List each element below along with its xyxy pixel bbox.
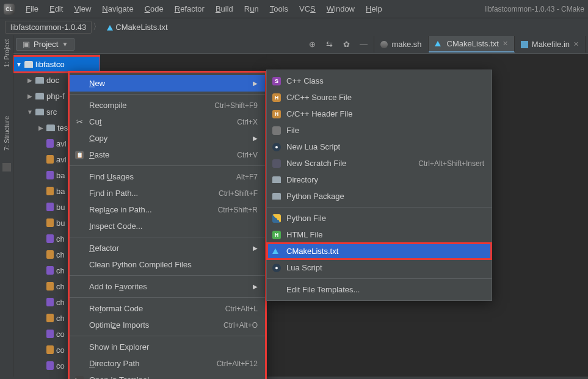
- menu-window[interactable]: Window: [322, 2, 360, 16]
- menu-help[interactable]: Help: [361, 2, 387, 16]
- chevron-icon: ▼: [27, 109, 33, 115]
- submenu-item-c-c-header-file[interactable]: H C/C++ Header File: [267, 106, 492, 122]
- menu-icon: ●: [272, 264, 281, 272]
- menu-item-clean-python-compiled-files[interactable]: Clean Python Compiled Files: [70, 256, 265, 273]
- project-view-icon: ▣: [23, 40, 30, 49]
- menu-item-inspect-code-[interactable]: Inspect Code...: [70, 218, 265, 234]
- makefile-icon: [521, 41, 528, 48]
- breadcrumb-seg-project[interactable]: libfastcommon-1.0.43: [5, 21, 92, 34]
- menu-edit[interactable]: Edit: [45, 2, 68, 16]
- menu-label: Clean Python Compiled Files: [89, 260, 258, 269]
- menu-build[interactable]: Build: [211, 2, 238, 16]
- menu-vcs[interactable]: VCS: [294, 2, 321, 16]
- menu-label: C/C++ Source File: [286, 93, 484, 102]
- separator: [70, 297, 265, 298]
- submenu-item-html-file[interactable]: H HTML File: [267, 226, 492, 243]
- close-icon[interactable]: ✕: [503, 40, 508, 48]
- chevron-icon: ▶: [38, 125, 44, 131]
- menu-icon: H: [272, 93, 281, 102]
- tab-label: Makefile.in: [532, 40, 570, 49]
- gear-icon[interactable]: ✿: [341, 40, 352, 49]
- submenu-item-new-lua-script[interactable]: ● New Lua Script: [267, 139, 492, 155]
- menu-file[interactable]: File: [21, 2, 43, 16]
- menu-icon: ≻_: [74, 376, 84, 380]
- menu-label: New Lua Script: [286, 142, 484, 151]
- menu-icon: [272, 176, 281, 183]
- expand-icon[interactable]: ⇆: [324, 40, 335, 49]
- tree-label: php-f: [46, 92, 65, 101]
- tree-label: ba: [56, 187, 65, 196]
- menu-icon: H: [272, 231, 281, 239]
- menu-icon: H: [272, 110, 281, 118]
- rail-icon[interactable]: [2, 163, 11, 171]
- h-file-icon: [46, 155, 54, 164]
- menu-icon: 📋: [74, 151, 84, 159]
- locate-icon[interactable]: ⊕: [307, 40, 318, 49]
- tree-label: libfastco: [35, 60, 65, 69]
- breadcrumb-seg-file[interactable]: CMakeLists.txt: [102, 21, 172, 33]
- menu-item-refactor[interactable]: Refactor ▶: [70, 240, 265, 256]
- tree-root[interactable]: ▼ libfastco: [13, 56, 100, 72]
- submenu-item-directory[interactable]: Directory: [267, 171, 492, 188]
- tree-label: ch: [56, 266, 65, 275]
- h-file-icon: [46, 218, 54, 227]
- menu-item-find-in-path-[interactable]: Find in Path... Ctrl+Shift+F: [70, 185, 265, 201]
- tab-make-sh[interactable]: make.sh: [374, 36, 428, 52]
- menu-item-directory-path[interactable]: Directory Path Ctrl+Alt+F12: [70, 355, 265, 372]
- menu-label: Python Package: [286, 192, 484, 201]
- menu-label: Reformat Code: [89, 304, 220, 313]
- submenu-item-file[interactable]: File: [267, 122, 492, 139]
- menu-label: Directory Path: [89, 359, 212, 368]
- menu-label: Find in Path...: [89, 189, 214, 198]
- submenu-item-python-package[interactable]: Python Package: [267, 188, 492, 204]
- submenu-item-c-class[interactable]: S C++ Class: [267, 73, 492, 89]
- menu-item-add-to-favorites[interactable]: Add to Favorites ▶: [70, 278, 265, 295]
- menu-code[interactable]: Code: [140, 2, 169, 16]
- separator: [70, 275, 265, 276]
- rail-structure[interactable]: 7: Structure: [3, 116, 10, 151]
- menu-item-find-usages[interactable]: Find Usages Alt+F7: [70, 168, 265, 185]
- menu-refactor[interactable]: Refactor: [170, 2, 209, 16]
- menu-item-copy[interactable]: Copy ▶: [70, 130, 265, 146]
- separator: [70, 165, 265, 166]
- shortcut-label: Ctrl+X: [237, 118, 258, 126]
- submenu-item-edit-file-templates-[interactable]: Edit File Templates...: [267, 281, 492, 298]
- menu-item-cut[interactable]: ✂ Cut Ctrl+X: [70, 114, 265, 130]
- menu-item-recompile[interactable]: Recompile Ctrl+Shift+F9: [70, 97, 265, 114]
- tree-label: ch: [56, 250, 65, 259]
- tree-label: ch: [56, 298, 65, 307]
- menu-icon: ●: [272, 143, 281, 151]
- submenu-item-new-scratch-file[interactable]: New Scratch File Ctrl+Alt+Shift+Insert: [267, 155, 492, 171]
- menu-tools[interactable]: Tools: [265, 2, 293, 16]
- menu-item-open-in-terminal[interactable]: ≻_ Open in Terminal: [70, 372, 265, 379]
- menu-run[interactable]: Run: [239, 2, 264, 16]
- titlebar: CL File Edit View Navigate Code Refactor…: [0, 0, 588, 18]
- window-title: libfastcommon-1.0.43 - CMake: [485, 5, 584, 13]
- submenu-item-lua-script[interactable]: ● Lua Script: [267, 259, 492, 276]
- menu-label: Replace in Path...: [89, 205, 213, 214]
- folder-icon: [35, 109, 44, 115]
- project-selector[interactable]: ▣ Project ▼: [16, 38, 74, 51]
- menu-item-paste[interactable]: 📋 Paste Ctrl+V: [70, 146, 265, 163]
- folder-icon: [35, 93, 44, 99]
- tab-makefile[interactable]: Makefile.in ✕: [515, 36, 586, 52]
- menu-item-new[interactable]: New ▶: [70, 75, 265, 92]
- menu-navigate[interactable]: Navigate: [97, 2, 138, 16]
- submenu-item-cmakelists-txt[interactable]: CMakeLists.txt: [267, 243, 492, 259]
- menu-icon: [272, 193, 281, 200]
- menu-label: Find Usages: [89, 172, 231, 181]
- submenu-item-c-c-source-file[interactable]: H C/C++ Source File: [267, 89, 492, 106]
- tab-cmakelists[interactable]: CMakeLists.txt ✕: [429, 36, 515, 52]
- menu-item-replace-in-path-[interactable]: Replace in Path... Ctrl+Shift+R: [70, 201, 265, 218]
- menu-view[interactable]: View: [69, 2, 96, 16]
- close-icon[interactable]: ✕: [573, 40, 579, 48]
- rail-project[interactable]: 1: Project: [3, 39, 10, 67]
- tree-label: avl: [56, 139, 67, 148]
- menu-item-optimize-imports[interactable]: Optimize Imports Ctrl+Alt+O: [70, 317, 265, 333]
- folder-icon: [24, 61, 33, 68]
- menu-label: Recompile: [89, 101, 209, 110]
- submenu-item-python-file[interactable]: Python File: [267, 210, 492, 226]
- menu-item-reformat-code[interactable]: Reformat Code Ctrl+Alt+L: [70, 300, 265, 317]
- menu-item-show-in-explorer[interactable]: Show in Explorer: [70, 339, 265, 355]
- minimize-icon[interactable]: —: [358, 40, 369, 49]
